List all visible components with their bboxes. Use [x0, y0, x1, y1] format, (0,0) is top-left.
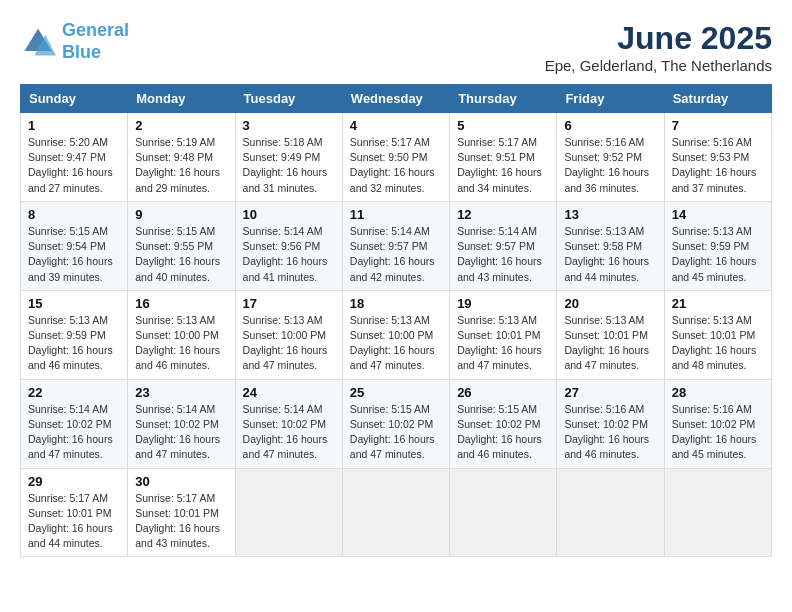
day-info: Sunrise: 5:13 AM Sunset: 10:01 PM Daylig… [672, 313, 764, 374]
day-info: Sunrise: 5:13 AM Sunset: 10:01 PM Daylig… [564, 313, 656, 374]
day-number: 21 [672, 296, 764, 311]
calendar-day-cell: 22Sunrise: 5:14 AM Sunset: 10:02 PM Dayl… [21, 379, 128, 468]
day-info: Sunrise: 5:15 AM Sunset: 9:55 PM Dayligh… [135, 224, 227, 285]
day-number: 15 [28, 296, 120, 311]
logo-line2: Blue [62, 42, 101, 62]
calendar-week-row: 1Sunrise: 5:20 AM Sunset: 9:47 PM Daylig… [21, 113, 772, 202]
day-number: 16 [135, 296, 227, 311]
day-number: 8 [28, 207, 120, 222]
day-number: 30 [135, 474, 227, 489]
calendar-subtitle: Epe, Gelderland, The Netherlands [545, 57, 772, 74]
calendar-table: SundayMondayTuesdayWednesdayThursdayFrid… [20, 84, 772, 557]
empty-day-cell [450, 468, 557, 557]
calendar-day-cell: 30Sunrise: 5:17 AM Sunset: 10:01 PM Dayl… [128, 468, 235, 557]
day-number: 11 [350, 207, 442, 222]
weekday-header-saturday: Saturday [664, 85, 771, 113]
day-info: Sunrise: 5:17 AM Sunset: 9:51 PM Dayligh… [457, 135, 549, 196]
day-number: 13 [564, 207, 656, 222]
day-number: 25 [350, 385, 442, 400]
day-info: Sunrise: 5:14 AM Sunset: 9:57 PM Dayligh… [350, 224, 442, 285]
day-number: 24 [243, 385, 335, 400]
calendar-day-cell: 13Sunrise: 5:13 AM Sunset: 9:58 PM Dayli… [557, 201, 664, 290]
day-info: Sunrise: 5:13 AM Sunset: 9:59 PM Dayligh… [672, 224, 764, 285]
calendar-day-cell: 27Sunrise: 5:16 AM Sunset: 10:02 PM Dayl… [557, 379, 664, 468]
logo-line1: General [62, 20, 129, 40]
calendar-day-cell: 18Sunrise: 5:13 AM Sunset: 10:00 PM Dayl… [342, 290, 449, 379]
day-number: 10 [243, 207, 335, 222]
calendar-day-cell: 8Sunrise: 5:15 AM Sunset: 9:54 PM Daylig… [21, 201, 128, 290]
day-info: Sunrise: 5:17 AM Sunset: 10:01 PM Daylig… [28, 491, 120, 552]
calendar-day-cell: 12Sunrise: 5:14 AM Sunset: 9:57 PM Dayli… [450, 201, 557, 290]
day-info: Sunrise: 5:13 AM Sunset: 10:00 PM Daylig… [135, 313, 227, 374]
day-number: 2 [135, 118, 227, 133]
day-number: 28 [672, 385, 764, 400]
day-info: Sunrise: 5:13 AM Sunset: 10:01 PM Daylig… [457, 313, 549, 374]
calendar-day-cell: 21Sunrise: 5:13 AM Sunset: 10:01 PM Dayl… [664, 290, 771, 379]
weekday-header-row: SundayMondayTuesdayWednesdayThursdayFrid… [21, 85, 772, 113]
calendar-day-cell: 19Sunrise: 5:13 AM Sunset: 10:01 PM Dayl… [450, 290, 557, 379]
calendar-day-cell: 5Sunrise: 5:17 AM Sunset: 9:51 PM Daylig… [450, 113, 557, 202]
day-number: 3 [243, 118, 335, 133]
calendar-day-cell: 2Sunrise: 5:19 AM Sunset: 9:48 PM Daylig… [128, 113, 235, 202]
title-block: June 2025 Epe, Gelderland, The Netherlan… [545, 20, 772, 74]
day-info: Sunrise: 5:16 AM Sunset: 10:02 PM Daylig… [672, 402, 764, 463]
calendar-day-cell: 23Sunrise: 5:14 AM Sunset: 10:02 PM Dayl… [128, 379, 235, 468]
calendar-week-row: 29Sunrise: 5:17 AM Sunset: 10:01 PM Dayl… [21, 468, 772, 557]
page-header: General Blue June 2025 Epe, Gelderland, … [20, 20, 772, 74]
day-number: 12 [457, 207, 549, 222]
weekday-header-sunday: Sunday [21, 85, 128, 113]
day-info: Sunrise: 5:15 AM Sunset: 10:02 PM Daylig… [350, 402, 442, 463]
day-info: Sunrise: 5:17 AM Sunset: 9:50 PM Dayligh… [350, 135, 442, 196]
day-number: 4 [350, 118, 442, 133]
calendar-day-cell: 29Sunrise: 5:17 AM Sunset: 10:01 PM Dayl… [21, 468, 128, 557]
calendar-day-cell: 1Sunrise: 5:20 AM Sunset: 9:47 PM Daylig… [21, 113, 128, 202]
calendar-day-cell: 9Sunrise: 5:15 AM Sunset: 9:55 PM Daylig… [128, 201, 235, 290]
day-number: 27 [564, 385, 656, 400]
calendar-day-cell: 4Sunrise: 5:17 AM Sunset: 9:50 PM Daylig… [342, 113, 449, 202]
day-info: Sunrise: 5:20 AM Sunset: 9:47 PM Dayligh… [28, 135, 120, 196]
calendar-day-cell: 15Sunrise: 5:13 AM Sunset: 9:59 PM Dayli… [21, 290, 128, 379]
day-number: 22 [28, 385, 120, 400]
empty-day-cell [664, 468, 771, 557]
day-info: Sunrise: 5:13 AM Sunset: 9:58 PM Dayligh… [564, 224, 656, 285]
weekday-header-friday: Friday [557, 85, 664, 113]
day-number: 7 [672, 118, 764, 133]
day-info: Sunrise: 5:13 AM Sunset: 10:00 PM Daylig… [243, 313, 335, 374]
calendar-day-cell: 26Sunrise: 5:15 AM Sunset: 10:02 PM Dayl… [450, 379, 557, 468]
day-number: 23 [135, 385, 227, 400]
calendar-day-cell: 20Sunrise: 5:13 AM Sunset: 10:01 PM Dayl… [557, 290, 664, 379]
day-info: Sunrise: 5:16 AM Sunset: 10:02 PM Daylig… [564, 402, 656, 463]
day-info: Sunrise: 5:15 AM Sunset: 10:02 PM Daylig… [457, 402, 549, 463]
day-info: Sunrise: 5:14 AM Sunset: 10:02 PM Daylig… [135, 402, 227, 463]
weekday-header-thursday: Thursday [450, 85, 557, 113]
weekday-header-tuesday: Tuesday [235, 85, 342, 113]
weekday-header-monday: Monday [128, 85, 235, 113]
calendar-day-cell: 10Sunrise: 5:14 AM Sunset: 9:56 PM Dayli… [235, 201, 342, 290]
calendar-week-row: 8Sunrise: 5:15 AM Sunset: 9:54 PM Daylig… [21, 201, 772, 290]
day-info: Sunrise: 5:16 AM Sunset: 9:53 PM Dayligh… [672, 135, 764, 196]
day-number: 1 [28, 118, 120, 133]
day-info: Sunrise: 5:14 AM Sunset: 9:57 PM Dayligh… [457, 224, 549, 285]
calendar-day-cell: 6Sunrise: 5:16 AM Sunset: 9:52 PM Daylig… [557, 113, 664, 202]
day-info: Sunrise: 5:14 AM Sunset: 9:56 PM Dayligh… [243, 224, 335, 285]
calendar-day-cell: 7Sunrise: 5:16 AM Sunset: 9:53 PM Daylig… [664, 113, 771, 202]
day-number: 5 [457, 118, 549, 133]
calendar-title: June 2025 [545, 20, 772, 57]
calendar-day-cell: 25Sunrise: 5:15 AM Sunset: 10:02 PM Dayl… [342, 379, 449, 468]
day-number: 6 [564, 118, 656, 133]
empty-day-cell [342, 468, 449, 557]
day-number: 17 [243, 296, 335, 311]
calendar-day-cell: 17Sunrise: 5:13 AM Sunset: 10:00 PM Dayl… [235, 290, 342, 379]
logo-text: General Blue [62, 20, 129, 63]
day-info: Sunrise: 5:16 AM Sunset: 9:52 PM Dayligh… [564, 135, 656, 196]
day-info: Sunrise: 5:17 AM Sunset: 10:01 PM Daylig… [135, 491, 227, 552]
day-info: Sunrise: 5:14 AM Sunset: 10:02 PM Daylig… [243, 402, 335, 463]
calendar-day-cell: 14Sunrise: 5:13 AM Sunset: 9:59 PM Dayli… [664, 201, 771, 290]
day-info: Sunrise: 5:18 AM Sunset: 9:49 PM Dayligh… [243, 135, 335, 196]
calendar-day-cell: 16Sunrise: 5:13 AM Sunset: 10:00 PM Dayl… [128, 290, 235, 379]
logo: General Blue [20, 20, 129, 63]
day-info: Sunrise: 5:13 AM Sunset: 10:00 PM Daylig… [350, 313, 442, 374]
calendar-day-cell: 24Sunrise: 5:14 AM Sunset: 10:02 PM Dayl… [235, 379, 342, 468]
calendar-week-row: 22Sunrise: 5:14 AM Sunset: 10:02 PM Dayl… [21, 379, 772, 468]
empty-day-cell [557, 468, 664, 557]
